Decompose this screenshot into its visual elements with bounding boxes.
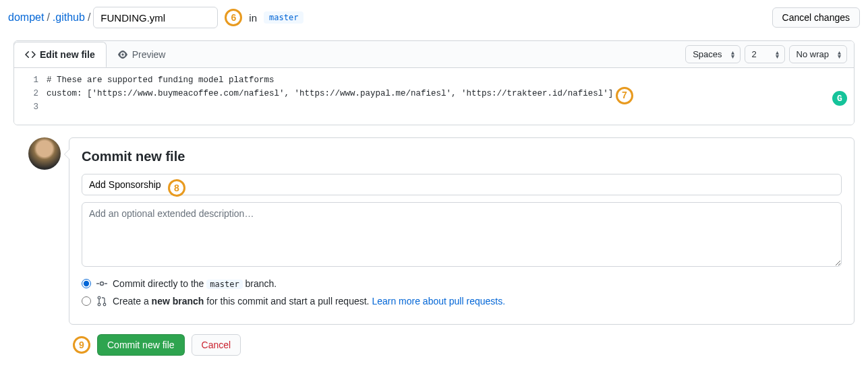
chevron-updown-icon: ▴▾ <box>838 51 841 59</box>
breadcrumb-sep: / <box>47 11 49 24</box>
commit-summary-input[interactable] <box>82 174 842 195</box>
code-content: # These are supported funding model plat… <box>47 73 854 114</box>
line-num: 2 <box>14 87 38 100</box>
code-line: custom: ['https://www.buymeacoffee.com/n… <box>47 87 854 100</box>
annotation-7: 7 <box>616 87 633 104</box>
grammarly-icon[interactable]: G <box>832 91 847 106</box>
breadcrumb-sep: / <box>88 11 90 24</box>
wrap-mode-value: No wrap <box>797 49 829 59</box>
indent-size-value: 2 <box>752 49 757 59</box>
code-icon <box>25 49 36 60</box>
tab-edit-label: Edit new file <box>40 49 95 60</box>
code-editor[interactable]: 1 2 3 # These are supported funding mode… <box>14 68 854 125</box>
commit-heading: Commit new file <box>82 149 842 164</box>
breadcrumb: dompet / .github / 6 in master Cancel ch… <box>8 7 860 28</box>
filename-input[interactable] <box>93 7 218 28</box>
line-num: 3 <box>14 100 38 114</box>
in-label: in <box>249 12 257 24</box>
radio-new-branch[interactable]: Create a new branch for this commit and … <box>82 296 842 307</box>
learn-more-link[interactable]: Learn more about pull requests. <box>372 296 505 307</box>
tab-preview[interactable]: Preview <box>107 42 177 67</box>
t: branch. <box>243 278 277 289</box>
commit-file-button[interactable]: Commit new file <box>97 334 185 356</box>
code-line: # These are supported funding model plat… <box>47 73 854 87</box>
avatar[interactable] <box>28 137 61 170</box>
t: Commit directly to the <box>113 278 206 289</box>
cancel-button[interactable]: Cancel <box>192 334 241 356</box>
svg-point-3 <box>98 303 100 306</box>
branch-pill: master <box>206 280 242 289</box>
editor-toolbar: Spaces ▴▾ 2 ▴▾ No wrap ▴▾ <box>678 41 854 67</box>
radio-commit-direct[interactable]: Commit directly to the master branch. <box>82 278 842 289</box>
indent-mode-select[interactable]: Spaces ▴▾ <box>685 45 740 63</box>
chevron-updown-icon: ▴▾ <box>731 51 734 59</box>
svg-point-0 <box>121 53 123 55</box>
svg-point-4 <box>103 303 106 306</box>
radio-commit-direct-input[interactable] <box>82 279 91 288</box>
tab-edit-file[interactable]: Edit new file <box>13 42 107 67</box>
t: for this commit and start a pull request… <box>204 296 372 307</box>
commit-form: Commit new file 8 Commit directly to the… <box>69 137 855 325</box>
cancel-changes-button[interactable]: Cancel changes <box>772 7 860 28</box>
commit-section: Commit new file 8 Commit directly to the… <box>28 137 855 325</box>
annotation-9: 9 <box>73 336 90 354</box>
eye-icon <box>117 49 128 60</box>
t: Create a <box>113 296 152 307</box>
branch-badge: master <box>264 11 303 24</box>
indent-mode-value: Spaces <box>693 49 722 59</box>
radio-new-branch-input[interactable] <box>82 296 91 306</box>
line-number-gutter: 1 2 3 <box>14 73 47 114</box>
t: new branch <box>152 296 204 307</box>
breadcrumb-folder-link[interactable]: .github <box>53 11 85 24</box>
git-pull-request-icon <box>96 296 107 307</box>
tab-preview-label: Preview <box>132 49 166 60</box>
line-num: 1 <box>14 73 38 87</box>
radio-new-branch-text: Create a new branch for this commit and … <box>113 296 505 307</box>
commit-actions: 9 Commit new file Cancel <box>73 334 860 356</box>
indent-size-select[interactable]: 2 ▴▾ <box>745 45 785 63</box>
svg-point-2 <box>98 296 100 299</box>
editor-box: Edit new file Preview Spaces ▴▾ 2 ▴▾ No … <box>13 40 855 125</box>
chevron-updown-icon: ▴▾ <box>776 51 779 59</box>
breadcrumb-repo-link[interactable]: dompet <box>8 11 44 24</box>
svg-point-1 <box>100 282 104 286</box>
wrap-mode-select[interactable]: No wrap ▴▾ <box>789 45 847 63</box>
editor-tabs: Edit new file Preview Spaces ▴▾ 2 ▴▾ No … <box>14 41 854 68</box>
annotation-8: 8 <box>168 179 185 197</box>
commit-description-textarea[interactable] <box>82 202 842 267</box>
git-commit-icon <box>96 278 107 289</box>
annotation-6: 6 <box>225 9 242 26</box>
radio-direct-text: Commit directly to the master branch. <box>113 278 277 289</box>
